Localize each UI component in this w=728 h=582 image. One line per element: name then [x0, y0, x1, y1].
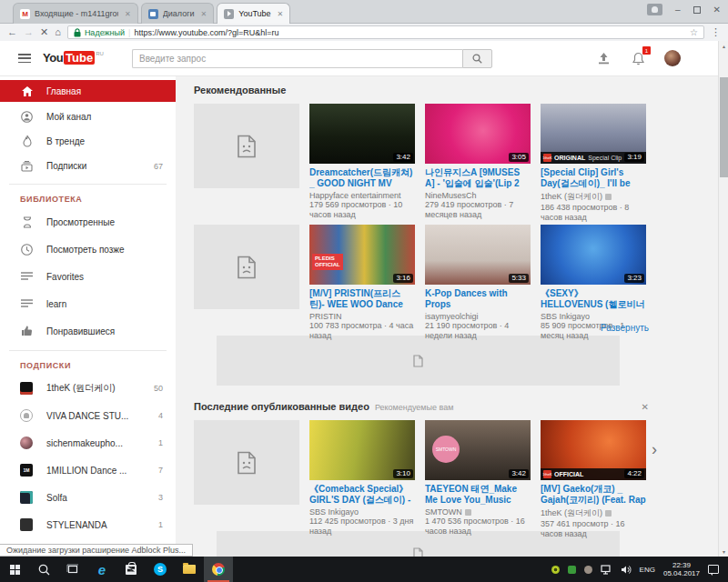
browser-profile-icon[interactable]	[647, 4, 662, 15]
tab-close-icon[interactable]: ✕	[201, 10, 207, 18]
channel-name[interactable]: NineMusesCh	[425, 191, 477, 200]
channel-name[interactable]: isaymyeolchigi	[425, 312, 479, 321]
taskbar-search-button[interactable]	[29, 557, 58, 582]
video-card-placeholder[interactable]	[194, 104, 299, 217]
store-button[interactable]	[116, 557, 146, 582]
url-text[interactable]: https://www.youtube.com/?gl=RU&hl=ru	[134, 28, 686, 37]
video-title[interactable]: [Special Clip] Girl's Day(걸스데이)_ I'll be…	[541, 167, 646, 189]
video-thumbnail[interactable]: 3:10	[309, 420, 415, 480]
bookmark-star-icon[interactable]: ☆	[690, 27, 698, 37]
video-card-placeholder[interactable]	[194, 225, 299, 323]
network-icon[interactable]	[601, 565, 612, 575]
maximize-button[interactable]	[693, 6, 701, 14]
video-thumbnail[interactable]: PLEDISOFFICIAL 3:16	[309, 225, 415, 285]
start-button[interactable]	[0, 557, 29, 582]
sidebar-item-my-channel[interactable]: Мой канал	[0, 105, 176, 129]
action-center-icon[interactable]	[708, 565, 719, 574]
video-card[interactable]: 3:23 《SEXY》 HELLOVENUS (헬로비너스) - Mysteri…	[541, 225, 646, 323]
sidebar-item-subscriptions[interactable]: Подписки 67	[0, 154, 176, 178]
minimize-button[interactable]: –	[675, 5, 681, 15]
video-card[interactable]: PLEDISOFFICIAL 3:16 [M/V] PRISTIN(프리스틴)-…	[309, 225, 415, 323]
tab-dialogs[interactable]: Диалоги ✕	[141, 3, 215, 24]
video-title[interactable]: 나인뮤지스A [9MUSES A] - '입술에 입술'(Lip 2 Lip) …	[425, 167, 531, 189]
tab-youtube[interactable]: YouTube ✕	[217, 3, 290, 24]
channel-name[interactable]: 1theK (원더케이)	[541, 507, 602, 519]
youtube-logo[interactable]: You Tube RU	[43, 51, 104, 65]
video-card-placeholder[interactable]	[194, 420, 299, 517]
sidebar-sub-viva-dance[interactable]: VIVA DANCE STU... 4	[0, 402, 176, 429]
video-title[interactable]: [M/V] PRISTIN(프리스틴)- WEE WOO Dance Ver.	[309, 288, 415, 310]
sidebar-item-favorites[interactable]: Favorites	[0, 263, 176, 290]
video-thumbnail[interactable]: 3:05	[425, 104, 531, 164]
sidebar-item-learn[interactable]: learn	[0, 290, 176, 317]
page-scrollbar[interactable]: ▴ ▾	[718, 41, 728, 557]
video-thumbnail[interactable]: 5:33	[425, 225, 531, 285]
channel-name[interactable]: PRISTIN	[309, 312, 342, 321]
search-button[interactable]	[462, 49, 492, 68]
video-title[interactable]: TAEYEON 태연_Make Me Love You_Music Video	[425, 484, 531, 506]
channel-name[interactable]: SMTOWN	[425, 507, 462, 517]
tab-close-icon[interactable]: ✕	[278, 10, 284, 18]
video-card[interactable]: 3:42 Dreamcatcher(드림캐쳐) _ GOOD NIGHT MV …	[309, 104, 415, 217]
file-explorer-button[interactable]	[175, 557, 204, 582]
video-title[interactable]: K-Pop Dances with Props	[425, 288, 531, 310]
sidebar-item-watch-later[interactable]: Посмотреть позже	[0, 236, 176, 263]
avatar[interactable]	[664, 50, 681, 66]
sidebar-item-trending[interactable]: В тренде	[0, 129, 176, 154]
upload-button[interactable]	[595, 50, 612, 66]
channel-name[interactable]: SBS Inkigayo	[541, 312, 590, 321]
antivirus-tray-icon[interactable]	[551, 566, 560, 574]
sidebar-item-home[interactable]: Главная	[0, 80, 176, 102]
carousel-next-icon[interactable]: ›	[652, 440, 657, 459]
task-view-button[interactable]	[58, 557, 87, 582]
video-card[interactable]: SMTOWN 3:42 TAEYEON 태연_Make Me Love You_…	[425, 420, 531, 517]
hamburger-menu-icon[interactable]	[18, 54, 31, 63]
tray-icon-green[interactable]	[568, 566, 576, 574]
volume-icon[interactable]	[621, 565, 632, 575]
notifications-button[interactable]: 1	[630, 50, 646, 66]
channel-name[interactable]: 1theK (원더케이)	[541, 191, 602, 203]
chrome-button[interactable]	[204, 557, 233, 582]
video-card[interactable]: 3:05 나인뮤지스A [9MUSES A] - '입술에 입술'(Lip 2 …	[425, 104, 531, 217]
video-thumbnail[interactable]: SMTOWN 3:42	[425, 420, 531, 480]
section-close-icon[interactable]: ✕	[642, 402, 649, 412]
video-title[interactable]: 《SEXY》 HELLOVENUS (헬로비너스) - Mysterious @…	[541, 288, 646, 310]
video-title[interactable]: [MV] Gaeko(개코) _ Gajah(코끼리) (Feat. Rap M…	[541, 484, 646, 506]
browser-menu-icon[interactable]: ⋮	[711, 26, 721, 38]
scrollbar-thumb[interactable]	[720, 77, 728, 177]
tray-icon-misc[interactable]	[584, 566, 592, 574]
language-indicator[interactable]: ENG	[640, 566, 655, 574]
channel-name[interactable]: SBS Inkigayo	[309, 507, 359, 517]
video-title[interactable]: Dreamcatcher(드림캐쳐) _ GOOD NIGHT MV	[309, 167, 415, 189]
sidebar-item-history[interactable]: Просмотренные	[0, 208, 176, 236]
address-bar[interactable]: Надежный | https://www.youtube.com/?gl=R…	[67, 25, 704, 39]
sidebar-sub-sichenmakeup[interactable]: sichenmakeupho... 1	[0, 429, 176, 457]
edge-button[interactable]: e	[87, 557, 116, 582]
home-icon[interactable]: ⌂	[55, 27, 61, 37]
stop-icon[interactable]: ✕	[40, 27, 48, 37]
sidebar-sub-solfa[interactable]: Solfa 3	[0, 484, 176, 511]
video-card[interactable]: 3:10 《Comeback Special》 GIRL'S DAY (걸스데이…	[309, 420, 415, 517]
tab-close-icon[interactable]: ✕	[125, 10, 131, 18]
scroll-down-icon[interactable]: ▾	[719, 548, 728, 555]
taskbar-clock[interactable]: 22:39 05.04.2017	[663, 561, 700, 577]
search-input[interactable]	[132, 49, 462, 68]
close-window-button[interactable]: ✕	[713, 5, 721, 15]
sidebar-sub-1thek[interactable]: 1theK (원더케이) 50	[0, 375, 176, 402]
scroll-up-icon[interactable]: ▴	[719, 43, 728, 49]
channel-name[interactable]: Happyface entertainment	[309, 191, 401, 200]
video-card[interactable]: 1theK OFFICIAL 4:22 [MV] Gaeko(개코) _ Gaj…	[541, 420, 646, 517]
forward-icon[interactable]: →	[24, 27, 34, 37]
video-thumbnail[interactable]: 3:23	[541, 225, 646, 285]
tab-gmail[interactable]: M Входящие - m1411grou ✕	[13, 3, 138, 24]
sidebar-item-liked[interactable]: Понравившиеся	[0, 317, 176, 345]
video-thumbnail[interactable]: 1theK OFFICIAL 4:22	[541, 420, 646, 480]
video-card[interactable]: 1theK ORIGINAL Special Clip 3:19 [Specia…	[541, 104, 646, 217]
video-thumbnail[interactable]: 3:42	[309, 104, 415, 164]
back-icon[interactable]: ←	[7, 27, 17, 37]
skype-button[interactable]: S	[146, 557, 175, 582]
sidebar-sub-stylenanda[interactable]: STYLENANDA 1	[0, 511, 176, 538]
video-thumbnail[interactable]: 1theK ORIGINAL Special Clip 3:19	[541, 104, 646, 164]
video-title[interactable]: 《Comeback Special》 GIRL'S DAY (걸스데이) - I…	[309, 484, 415, 506]
sidebar-sub-1million[interactable]: 1M 1MILLION Dance ... 7	[0, 457, 176, 484]
